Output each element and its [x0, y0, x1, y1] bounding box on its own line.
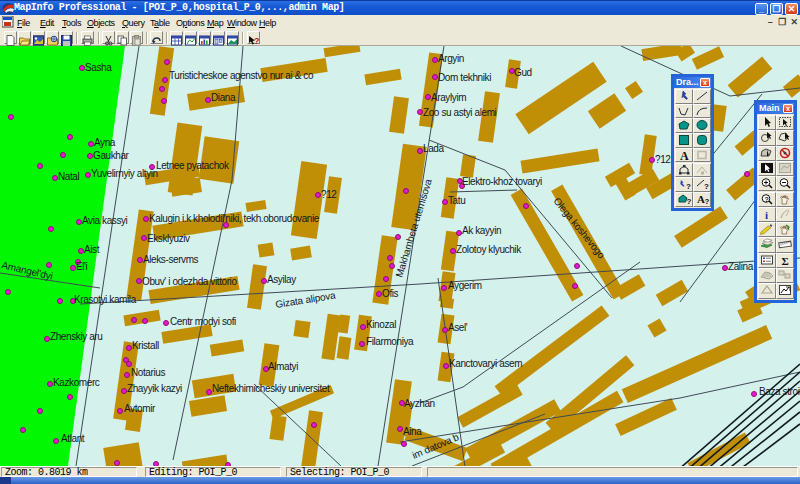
svg-text:?12: ?12 [655, 154, 671, 165]
svg-text:A: A [680, 149, 689, 161]
svg-text:Ayna: Ayna [94, 137, 116, 148]
svg-text:Notarius: Notarius [131, 367, 165, 378]
svg-text:Sasha: Sasha [85, 62, 112, 73]
svg-text:Aist: Aist [84, 244, 100, 255]
svg-text:Araylyim: Araylyim [431, 92, 466, 103]
svg-text:Zoo su astyi alemi: Zoo su astyi alemi [423, 107, 497, 118]
svg-text:Baza stroit: Baza stroit [759, 386, 800, 397]
svg-text:Avia kassyi: Avia kassyi [82, 215, 128, 226]
svg-text:Diana: Diana [211, 92, 236, 103]
svg-text:Aygerim: Aygerim [448, 280, 482, 291]
svg-text:Atlant: Atlant [61, 433, 85, 444]
svg-text:Obuv' i odezhda vittorio: Obuv' i odezhda vittorio [142, 276, 237, 287]
svg-text:Turisticheskoe agenstvo nur ai: Turisticheskoe agenstvo nur ai & co [169, 70, 314, 81]
svg-text:Kazkomerc: Kazkomerc [53, 377, 100, 388]
svg-text:?12: ?12 [321, 189, 337, 200]
svg-text:?: ? [687, 197, 692, 205]
svg-text:Elektro-khoz tovaryi: Elektro-khoz tovaryi [462, 176, 542, 187]
svg-text:Centr modyi sofi: Centr modyi sofi [170, 316, 236, 327]
svg-text:Dom tekhniki: Dom tekhniki [438, 72, 491, 83]
svg-text:Kanctovaryi asem: Kanctovaryi asem [449, 358, 522, 369]
svg-text:Tatu: Tatu [448, 195, 465, 206]
svg-text:?: ? [705, 197, 710, 205]
svg-text:?: ? [686, 182, 691, 190]
svg-text:Σ: Σ [782, 254, 789, 266]
svg-text:Yuvelirnyiy altyin: Yuvelirnyiy altyin [91, 168, 158, 179]
svg-text:Ak kayyin: Ak kayyin [462, 225, 501, 236]
svg-text:Zalina: Zalina [728, 261, 754, 272]
svg-text:Kalugin i.k kholodil'niki, tek: Kalugin i.k kholodil'niki, tekh.oborudov… [149, 213, 320, 224]
svg-text:Asyilay: Asyilay [267, 274, 296, 285]
svg-text:Kristall: Kristall [132, 340, 159, 351]
svg-text:Krasotyi kamila: Krasotyi kamila [74, 294, 137, 305]
svg-text:Kinozal: Kinozal [366, 319, 396, 330]
svg-text:Ofis: Ofis [382, 288, 399, 299]
svg-text:Eksklyuziv: Eksklyuziv [147, 233, 190, 244]
svg-text:Avtomir: Avtomir [124, 403, 156, 414]
svg-text:?: ? [704, 182, 709, 190]
svg-text:Natal: Natal [58, 171, 80, 182]
svg-text:Filarmoniya: Filarmoniya [366, 336, 414, 347]
svg-text:Letnee pyatachok: Letnee pyatachok [156, 160, 230, 171]
svg-text:i: i [765, 208, 768, 220]
svg-text:Neftekhimicheskiy universitet: Neftekhimicheskiy universitet [212, 383, 330, 394]
svg-text:El'i: El'i [76, 261, 88, 272]
svg-text:Almatyi: Almatyi [268, 361, 298, 372]
svg-text:Ayzhan: Ayzhan [404, 398, 435, 409]
svg-text:Zhenskiy aru: Zhenskiy aru [50, 331, 102, 342]
svg-text:Gud: Gud [514, 67, 532, 78]
svg-text:?: ? [254, 36, 259, 46]
svg-text:?: ? [765, 195, 769, 202]
svg-text:Argyin: Argyin [438, 53, 464, 64]
svg-text:Aina: Aina [403, 426, 422, 437]
svg-text:Lada: Lada [423, 143, 444, 154]
svg-text:Aleks-servms: Aleks-servms [143, 254, 199, 265]
svg-text:Asel': Asel' [448, 322, 468, 333]
svg-text:Zhayyik kazyi: Zhayyik kazyi [127, 383, 182, 394]
svg-text:Gaukhar: Gaukhar [93, 150, 130, 161]
svg-text:Zolotoy klyuchik: Zolotoy klyuchik [456, 244, 522, 255]
